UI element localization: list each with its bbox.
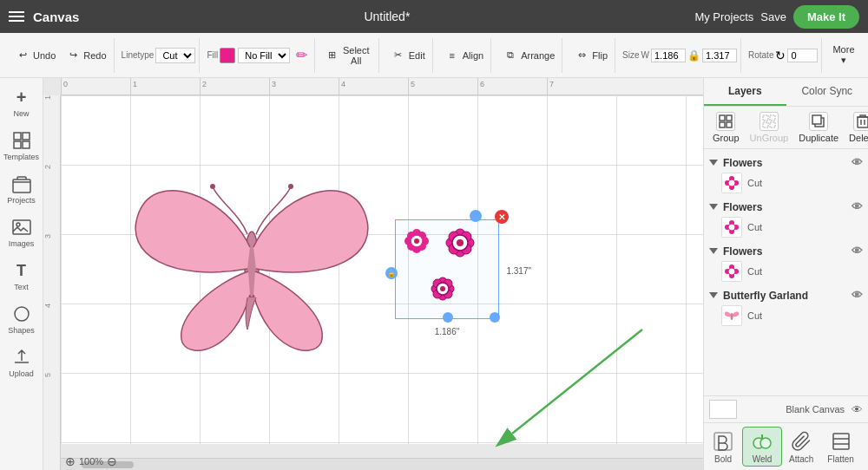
- ruler-v-tick-3: 3: [43, 234, 52, 238]
- canvas-area[interactable]: 0 1 2 3 4 5 6 7 1 2 3 4 5: [43, 78, 703, 470]
- ruler-tick-3: 3: [269, 78, 276, 95]
- delete-label: Delete: [849, 133, 868, 143]
- sidebar-item-label-new: New: [13, 109, 29, 118]
- main-area: + New Templates Projects Images T Text: [0, 78, 868, 470]
- edit-label: Edit: [409, 50, 425, 61]
- group-button[interactable]: Group: [707, 110, 745, 145]
- svg-point-59: [728, 180, 735, 186]
- zoom-control[interactable]: ⊕ 100% ⊖: [65, 454, 117, 468]
- duplicate-icon: [809, 112, 828, 131]
- zoom-in-button[interactable]: ⊕: [65, 454, 76, 468]
- edit-button[interactable]: ✂ Edit: [386, 45, 429, 66]
- expand-icon-flowers1: [709, 160, 718, 166]
- fill-color-box[interactable]: [220, 48, 235, 63]
- images-icon: [11, 217, 32, 238]
- svg-rect-1: [23, 133, 30, 140]
- lock-handle[interactable]: 🔒: [385, 267, 398, 279]
- layer-item-flowers1-cut[interactable]: Cut: [704, 171, 868, 195]
- visibility-flowers3[interactable]: 👁: [852, 245, 863, 258]
- app-title: Canvas: [33, 10, 79, 24]
- layer-group-butterfly: Butterfly Garland 👁 Cut: [704, 285, 868, 330]
- layer-thumb-flowers3: [721, 261, 742, 282]
- layer-item-butterfly-cut[interactable]: Cut: [704, 304, 868, 328]
- more-button[interactable]: More ▾: [829, 42, 858, 68]
- select-all-label: Select All: [341, 45, 372, 66]
- visibility-butterfly[interactable]: 👁: [852, 289, 863, 302]
- butterfly-element[interactable]: [104, 143, 399, 380]
- sidebar-item-shapes[interactable]: Shapes: [0, 298, 43, 340]
- horizontal-scrollbar[interactable]: [61, 458, 703, 470]
- linetype-select[interactable]: Cut: [155, 48, 195, 63]
- flip-group: ⇔ Flip: [566, 38, 615, 73]
- layer-header-flowers3[interactable]: Flowers 👁: [704, 243, 868, 259]
- contour-tool-button[interactable]: Contour: [861, 428, 868, 466]
- edit-icon: ✂: [390, 47, 407, 64]
- fill-label-text: Fill: [207, 50, 218, 60]
- make-it-button[interactable]: Make It: [793, 5, 859, 29]
- layer-header-flowers1[interactable]: Flowers 👁: [704, 154, 868, 171]
- flatten-tool-label: Flatten: [827, 454, 854, 464]
- close-handle[interactable]: ✕: [495, 210, 509, 224]
- select-all-button[interactable]: ⊞ Select All: [322, 43, 375, 68]
- flatten-tool-button[interactable]: Flatten: [820, 428, 861, 466]
- fill-select[interactable]: No Fill: [238, 48, 290, 63]
- canvas-grid[interactable]: ✕ 🔒 1.186" 1.317": [61, 95, 703, 444]
- weld-tool-button[interactable]: Weld: [742, 427, 782, 467]
- flowers-group[interactable]: ✕ 🔒 1.186" 1.317": [399, 224, 495, 317]
- align-label: Align: [463, 50, 483, 61]
- layer-header-butterfly[interactable]: Butterfly Garland 👁: [704, 287, 868, 304]
- width-input[interactable]: [651, 49, 686, 62]
- duplicate-label: Duplicate: [799, 133, 838, 143]
- svg-rect-54: [858, 117, 868, 127]
- fill-color-picker[interactable]: ✏: [293, 45, 311, 65]
- tab-color-sync[interactable]: Color Sync: [786, 78, 869, 106]
- zoom-out-button[interactable]: ⊖: [107, 454, 117, 468]
- my-projects-button[interactable]: My Projects: [694, 10, 753, 23]
- layer-cut-label-flowers1: Cut: [747, 178, 762, 188]
- bold-tool-button[interactable]: Bold: [704, 428, 742, 466]
- align-button[interactable]: ≡ Align: [440, 45, 487, 66]
- attach-tool-button[interactable]: Attach: [782, 428, 820, 466]
- ruler-tick-6: 6: [477, 78, 484, 95]
- hamburger-menu[interactable]: [9, 11, 24, 22]
- svg-line-43: [512, 330, 642, 434]
- canvas-thumbnail: [709, 400, 737, 419]
- save-button[interactable]: Save: [760, 10, 786, 23]
- sidebar-item-text[interactable]: T Text: [0, 255, 43, 297]
- width-label-canvas: 1.186": [435, 327, 460, 336]
- svg-rect-74: [833, 434, 849, 449]
- arrange-button[interactable]: ⧉ Arrange: [498, 45, 558, 66]
- undo-button[interactable]: ↩ Undo: [10, 45, 59, 66]
- sidebar-item-templates[interactable]: Templates: [0, 125, 43, 166]
- panel-tabs: Layers Color Sync: [704, 78, 868, 107]
- panel-actions: Group UnGroup Duplicate Delete: [704, 107, 868, 149]
- flip-button[interactable]: ⇔ Flip: [569, 45, 611, 66]
- sidebar-item-upload[interactable]: Upload: [0, 342, 43, 383]
- resize-handle-bottom-right[interactable]: [490, 312, 500, 323]
- layer-item-flowers2-cut[interactable]: Cut: [704, 215, 868, 239]
- ungroup-button[interactable]: UnGroup: [745, 110, 794, 145]
- sidebar-item-new[interactable]: + New: [0, 82, 43, 123]
- rotate-label-text: Rotate: [748, 50, 773, 60]
- rotate-input[interactable]: [787, 49, 818, 62]
- visibility-flowers1[interactable]: 👁: [852, 156, 863, 169]
- undo-icon: ↩: [14, 47, 31, 64]
- delete-button[interactable]: Delete: [844, 110, 868, 145]
- bottom-tools: Bold Weld Attach: [704, 422, 868, 470]
- redo-button[interactable]: ↪ Redo: [61, 45, 109, 66]
- toolbar: ↩ Undo ↪ Redo Linetype Cut Fill No Fill …: [0, 33, 868, 78]
- duplicate-button[interactable]: Duplicate: [793, 110, 844, 145]
- bold-tool-icon: [711, 429, 735, 454]
- left-sidebar: + New Templates Projects Images T Text: [0, 78, 43, 470]
- layer-item-flowers3-cut[interactable]: Cut: [704, 259, 868, 284]
- sidebar-item-projects[interactable]: Projects: [0, 168, 43, 210]
- rotate-handle[interactable]: [470, 210, 482, 222]
- height-input[interactable]: [702, 49, 737, 62]
- tab-layers[interactable]: Layers: [704, 78, 786, 106]
- sidebar-item-images[interactable]: Images: [0, 212, 43, 253]
- visibility-flowers2[interactable]: 👁: [852, 200, 863, 213]
- canvas-visibility-icon[interactable]: 👁: [852, 403, 863, 416]
- layer-header-flowers2[interactable]: Flowers 👁: [704, 199, 868, 215]
- bottom-canvas-panel: Blank Canvas 👁: [704, 395, 868, 422]
- resize-handle-bottom[interactable]: [443, 312, 453, 323]
